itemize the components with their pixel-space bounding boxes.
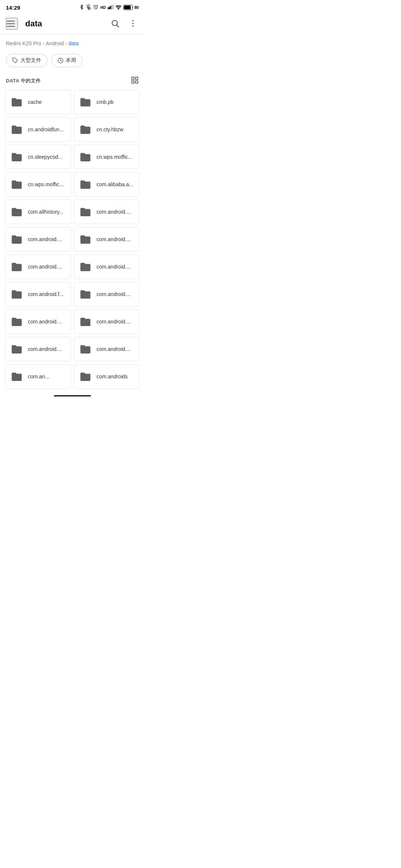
list-item[interactable]: cache (5, 90, 71, 114)
search-button[interactable] (109, 17, 121, 30)
file-name: com.android.... (97, 291, 135, 297)
file-name: cmb.pb (97, 99, 135, 105)
folder-icon (10, 123, 23, 136)
folder-icon (10, 95, 23, 109)
svg-point-15 (132, 23, 134, 24)
file-name: cn.cty.hbzw (97, 126, 135, 132)
svg-rect-20 (136, 77, 138, 79)
more-options-button[interactable] (127, 17, 139, 30)
folder-icon (10, 370, 23, 383)
file-name: cn.wps.moffic... (97, 154, 135, 160)
breadcrumb-android[interactable]: Android (46, 40, 64, 46)
alarm-icon (93, 4, 98, 11)
list-item[interactable]: com.android.... (74, 309, 140, 334)
list-item[interactable]: com.an... (5, 364, 71, 389)
list-item[interactable]: cn.sleepycod... (5, 145, 71, 169)
folder-icon (10, 178, 23, 191)
folder-icon (10, 342, 23, 356)
svg-rect-7 (111, 5, 113, 9)
folder-icon (79, 370, 92, 383)
grid-toggle-button[interactable] (131, 76, 139, 85)
svg-rect-4 (108, 7, 109, 9)
menu-button[interactable] (6, 18, 18, 30)
file-name: com.android.... (97, 346, 135, 352)
list-item[interactable]: com.android.... (5, 309, 71, 334)
list-item[interactable]: com.android.... (5, 337, 71, 361)
folder-icon (79, 95, 92, 109)
status-bar: 14:29 HD (0, 0, 145, 13)
list-item[interactable]: com.android.... (74, 254, 140, 279)
folder-icon (79, 260, 92, 273)
file-name: com.android.... (28, 319, 66, 325)
folder-icon (10, 260, 23, 273)
bluetooth-icon (79, 4, 84, 11)
folder-icon (79, 205, 92, 218)
list-item[interactable]: com.android.... (74, 200, 140, 224)
svg-rect-6 (110, 6, 111, 9)
breadcrumb-separator-2: › (65, 40, 67, 46)
breadcrumb-separator-1: › (43, 40, 45, 46)
list-item[interactable]: com.android.... (74, 337, 140, 361)
breadcrumb: Redmi K20 Pro › Android › data (0, 36, 145, 51)
folder-icon (10, 315, 23, 328)
list-item[interactable]: cn.cty.hbzw (74, 117, 140, 142)
page-title: data (25, 19, 109, 29)
folder-icon (10, 150, 23, 164)
status-icons: HD 80 (79, 4, 139, 11)
section-title: DATA 中的文件 (6, 78, 41, 84)
list-item[interactable]: com.android.... (5, 254, 71, 279)
svg-line-13 (117, 25, 119, 27)
list-item[interactable]: com.allhistory... (5, 200, 71, 224)
file-name: com.androids (97, 374, 135, 379)
folder-icon (10, 205, 23, 218)
file-name: cn.wps.moffic... (28, 181, 66, 187)
filter-this-week[interactable]: 本周 (51, 54, 82, 67)
mute-icon (86, 4, 91, 11)
list-item[interactable]: com.androids (74, 364, 140, 389)
list-item[interactable]: cn.androidfun... (5, 117, 71, 142)
list-item[interactable]: com.android.... (74, 282, 140, 306)
toolbar: data (0, 13, 145, 34)
list-item[interactable]: cn.wps.moffic... (5, 172, 71, 197)
filter-row: 大型文件 本周 (0, 51, 145, 72)
file-name: com.android.f... (28, 291, 66, 297)
list-item[interactable]: com.android.... (5, 227, 71, 251)
section-header: DATA 中的文件 (0, 72, 145, 88)
folder-icon (79, 287, 92, 301)
svg-rect-19 (132, 77, 134, 79)
filter-large-files-label: 大型文件 (20, 57, 41, 64)
filter-this-week-label: 本周 (66, 57, 76, 64)
file-name: cn.androidfun... (28, 126, 66, 132)
svg-rect-21 (132, 81, 134, 83)
file-name: cache (28, 99, 66, 105)
folder-icon (79, 123, 92, 136)
file-name: com.alibaba.a... (97, 181, 135, 187)
files-grid: cache cmb.pb cn.androidfun... cn.cty.h (0, 88, 145, 390)
file-name: com.android.... (97, 319, 135, 325)
list-item[interactable]: com.android.... (74, 227, 140, 251)
svg-rect-22 (136, 81, 138, 83)
folder-icon (79, 233, 92, 246)
file-name: com.android.... (28, 264, 66, 270)
list-item[interactable]: cn.wps.moffic... (74, 145, 140, 169)
list-item[interactable]: cmb.pb (74, 90, 140, 114)
breadcrumb-current: data (69, 40, 79, 46)
breadcrumb-root[interactable]: Redmi K20 Pro (6, 40, 41, 46)
file-name: com.android.... (97, 236, 135, 242)
list-item[interactable]: com.alibaba.a... (74, 172, 140, 197)
file-name: com.android.... (97, 209, 135, 215)
bottom-bar (0, 393, 145, 401)
svg-point-14 (132, 20, 134, 22)
file-name: cn.sleepycod... (28, 154, 66, 160)
folder-icon (79, 150, 92, 164)
toolbar-divider (0, 34, 145, 34)
svg-point-9 (118, 9, 119, 9)
svg-rect-11 (124, 6, 131, 9)
list-item[interactable]: com.android.f... (5, 282, 71, 306)
folder-icon (79, 178, 92, 191)
folder-icon (79, 342, 92, 356)
svg-point-16 (132, 25, 134, 27)
filter-large-files[interactable]: 大型文件 (6, 54, 48, 67)
file-name: com.android.... (28, 236, 66, 242)
file-name: com.allhistory... (28, 209, 66, 215)
